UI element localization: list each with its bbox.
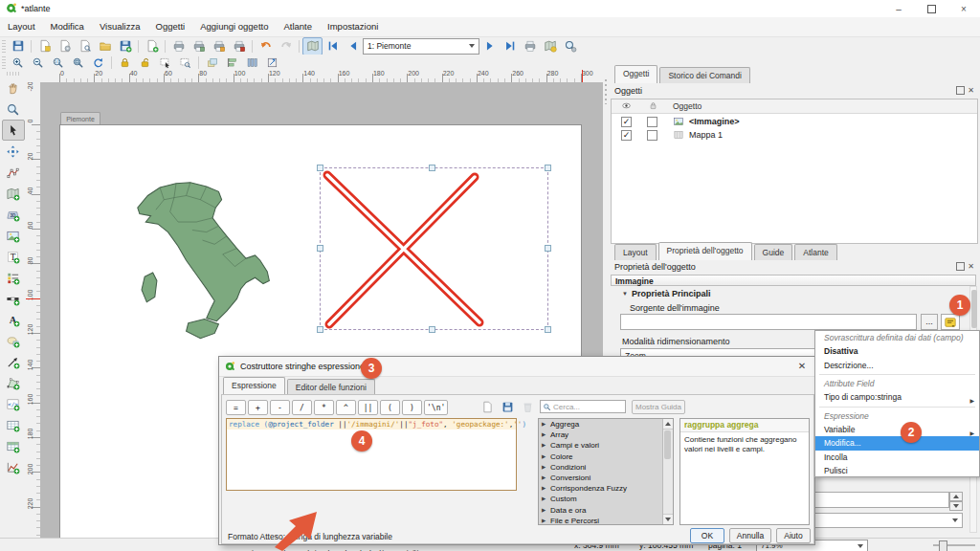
function-group-condizioni[interactable]: ▶Condizioni xyxy=(539,462,673,473)
resize-items-icon[interactable] xyxy=(262,55,282,71)
zoom-out-icon[interactable] xyxy=(28,55,48,71)
add-attribute-table-tool[interactable] xyxy=(2,414,25,435)
save-project-icon[interactable] xyxy=(8,37,28,55)
property-spinbox[interactable] xyxy=(812,492,949,508)
resize-handle-n[interactable] xyxy=(429,165,435,171)
add-node-item-tool[interactable] xyxy=(2,372,25,393)
add-north-arrow-tool[interactable]: A xyxy=(2,309,25,330)
item-row[interactable]: ✓Mappa 1 xyxy=(612,128,977,142)
resize-handle-nw[interactable] xyxy=(317,165,323,171)
print-atlas-icon[interactable] xyxy=(520,37,540,55)
menu-item-descrizione[interactable]: Descrizione... xyxy=(815,359,979,373)
maximize-button[interactable] xyxy=(915,0,947,17)
resize-handle-s[interactable] xyxy=(429,326,435,333)
tab-storico-dei-comandi[interactable]: Storico dei Comandi xyxy=(659,67,750,83)
operator-button[interactable]: / xyxy=(292,400,312,415)
function-group-data-e-ora[interactable]: ▶Data e ora xyxy=(539,505,673,516)
redo-icon[interactable] xyxy=(276,37,296,55)
operator-button[interactable]: || xyxy=(358,400,378,415)
property-combo[interactable] xyxy=(812,513,963,528)
unlock-items-icon[interactable] xyxy=(135,55,155,71)
atlas-feature-combo[interactable]: 1: Piemonte xyxy=(363,38,479,55)
image-item-frame[interactable] xyxy=(320,167,548,330)
main-properties-group[interactable]: ▼Proprietà Principali xyxy=(622,289,710,298)
menu-layout[interactable]: Layout xyxy=(0,17,43,36)
show-help-button[interactable]: Mostra Guida xyxy=(632,400,685,414)
function-group-campi-e-valori[interactable]: ▶Campi e valori xyxy=(539,440,673,451)
align-items-icon[interactable] xyxy=(222,55,242,71)
save-expression-icon[interactable] xyxy=(499,399,517,415)
spinbox-buttons[interactable] xyxy=(949,492,963,511)
atlas-last-icon[interactable] xyxy=(500,37,520,55)
item-row[interactable]: ✓<Immagine> xyxy=(612,115,977,128)
visibility-checkbox[interactable]: ✓ xyxy=(621,117,632,127)
add-3d-map-tool[interactable]: 3D xyxy=(2,204,25,225)
menu-item-disattiva[interactable]: Disattiva xyxy=(815,344,979,359)
atlas-first-icon[interactable] xyxy=(323,37,343,55)
add-shape-tool[interactable] xyxy=(2,330,25,351)
expression-editor[interactable]: replace (@project_folder ||'/immagini/'|… xyxy=(226,418,517,491)
map-item-italy[interactable] xyxy=(109,169,278,343)
operator-button[interactable]: '\n' xyxy=(424,400,448,415)
function-group-custom[interactable]: ▶Custom xyxy=(539,494,673,504)
add-picture-tool[interactable] xyxy=(2,225,25,246)
add-pages-icon[interactable] xyxy=(142,37,162,55)
tab-oggetti[interactable]: Oggetti xyxy=(614,65,657,83)
close-panel-icon[interactable]: ✕ xyxy=(968,262,974,271)
lock-checkbox[interactable] xyxy=(647,117,657,127)
close-panel-icon[interactable]: ✕ xyxy=(968,86,974,95)
zoom-in-icon[interactable] xyxy=(8,55,28,71)
zoom-slider-handle[interactable] xyxy=(939,540,947,551)
zoom-selection-icon[interactable] xyxy=(175,55,195,71)
cancel-button[interactable]: Annulla xyxy=(729,528,771,543)
resize-handle-e[interactable] xyxy=(545,245,551,252)
tab-layout[interactable]: Layout xyxy=(614,244,657,260)
function-list-scrollbar[interactable] xyxy=(662,419,673,524)
function-group-colore[interactable]: ▶Colore xyxy=(539,452,673,462)
visibility-checkbox[interactable]: ✓ xyxy=(621,130,632,141)
close-button[interactable]: × xyxy=(947,0,980,17)
image-source-input[interactable] xyxy=(620,314,917,330)
lock-checkbox[interactable] xyxy=(647,130,657,141)
export-svg-icon[interactable] xyxy=(209,37,229,55)
operator-button[interactable]: - xyxy=(270,400,290,415)
menu-oggetti[interactable]: Oggetti xyxy=(148,17,193,36)
help-button[interactable]: Aiuto xyxy=(776,528,811,543)
refresh-icon[interactable] xyxy=(88,55,108,71)
export-atlas-icon[interactable] xyxy=(540,37,560,55)
minimize-button[interactable]: – xyxy=(882,0,915,17)
pan-tool[interactable] xyxy=(2,77,25,99)
dialog-close-icon[interactable]: ✕ xyxy=(793,359,811,373)
select-items-icon[interactable] xyxy=(155,55,175,71)
operator-button[interactable]: * xyxy=(314,400,334,415)
new-layout-icon[interactable] xyxy=(34,37,55,55)
tab-guide[interactable]: Guide xyxy=(754,244,793,260)
menu-item-variabile[interactable]: Variabile▶ xyxy=(815,423,979,437)
atlas-settings-icon[interactable] xyxy=(560,37,580,55)
resize-handle-sw[interactable] xyxy=(317,326,323,333)
operator-button[interactable]: ^ xyxy=(336,400,356,415)
operator-button[interactable]: ) xyxy=(402,400,422,415)
atlas-next-icon[interactable] xyxy=(479,37,500,55)
tab-atlante[interactable]: Atlante xyxy=(794,244,836,260)
dialog-tab-editor-delle-funzioni[interactable]: Editor delle funzioni xyxy=(287,379,375,395)
resize-handle-se[interactable] xyxy=(545,326,551,333)
resize-handle-w[interactable] xyxy=(317,245,323,252)
save-as-icon[interactable] xyxy=(115,37,135,55)
function-search-input[interactable]: Cerca... xyxy=(540,400,626,413)
add-legend-tool[interactable] xyxy=(2,267,25,288)
function-group-aggrega[interactable]: ▶Aggrega xyxy=(539,419,673,430)
resize-handle-ne[interactable] xyxy=(545,165,551,171)
menu-impostazioni[interactable]: Impostazioni xyxy=(320,17,386,36)
menu-atlante[interactable]: Atlante xyxy=(276,17,320,36)
add-html-tool[interactable]: </> xyxy=(2,393,25,414)
menu-aggiungi-oggetto[interactable]: Aggiungi oggetto xyxy=(192,17,276,36)
menu-item-tipo-di-campo-stringa[interactable]: Tipo di campo:stringa▶ xyxy=(815,390,979,405)
function-group-conversioni[interactable]: ▶Conversioni xyxy=(539,473,673,483)
move-content-tool[interactable] xyxy=(2,141,25,162)
atlas-prev-icon[interactable] xyxy=(343,37,363,55)
open-icon[interactable] xyxy=(95,37,115,55)
menu-item-pulisci[interactable]: Pulisci xyxy=(815,464,979,478)
lock-items-icon[interactable] xyxy=(115,55,135,71)
menu-item-incolla[interactable]: Incolla xyxy=(815,451,979,465)
